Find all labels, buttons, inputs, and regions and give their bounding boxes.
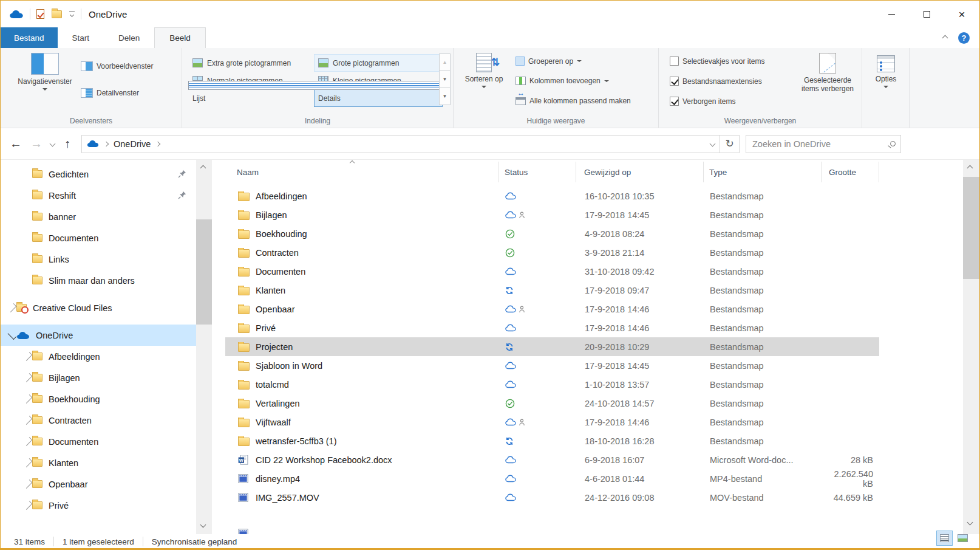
hidden-items-checkbox[interactable]: Verborgen items <box>670 97 735 106</box>
maximize-button[interactable] <box>909 1 944 27</box>
hide-selected-items-button[interactable]: Geselecteerde items verbergen <box>797 53 858 93</box>
scrollbar-thumb[interactable] <box>963 177 979 279</box>
sidebar-item-gedichten[interactable]: Gedichten <box>1 163 196 185</box>
layout-scroll-down-button[interactable]: ▼ <box>439 70 451 88</box>
sidebar-item-boekhouding[interactable]: Boekhouding <box>1 388 196 410</box>
sidebar-item-afbeeldingen[interactable]: Afbeeldingen <box>1 346 196 367</box>
layout-extra-large-icons[interactable]: Extra grote pictogrammen <box>188 54 314 72</box>
sidebar-item-links[interactable]: Links <box>1 249 196 270</box>
properties-icon[interactable] <box>36 9 44 19</box>
table-row[interactable]: Vijftwaalf 17-9-2018 14:46 Bestandsmap <box>225 413 879 431</box>
sidebar-item-prive[interactable]: Privé <box>1 495 196 516</box>
expand-chevron-icon[interactable] <box>24 373 33 382</box>
tab-bestand[interactable]: Bestand <box>1 27 58 48</box>
layout-list[interactable]: Lijst <box>188 89 314 107</box>
table-row[interactable]: Vertalingen 24-10-2018 14:57 Bestandsmap <box>225 394 879 413</box>
thumbnails-view-button[interactable] <box>954 531 971 546</box>
size-all-columns-button[interactable]: Alle kolommen passend maken <box>516 97 631 105</box>
back-button[interactable]: ← <box>5 137 26 151</box>
expand-chevron-icon[interactable] <box>24 458 33 467</box>
layout-scroll-up-button[interactable]: ▲ <box>439 53 451 71</box>
sidebar-item-reshift[interactable]: Reshift <box>1 185 196 206</box>
table-row[interactable]: Klanten 17-9-2018 09:47 Bestandsmap <box>225 281 879 300</box>
column-header-type[interactable]: Type <box>704 162 822 182</box>
table-row[interactable]: Privé 17-9-2018 14:46 Bestandsmap <box>225 318 879 337</box>
scroll-up-icon[interactable] <box>200 165 206 171</box>
table-row[interactable]: Contracten 3-9-2018 21:14 Bestandsmap <box>225 243 879 262</box>
address-input[interactable]: OneDrive <box>81 135 720 153</box>
customize-toolbar-button[interactable] <box>69 12 75 17</box>
scrollbar-thumb[interactable] <box>196 219 212 325</box>
group-by-button[interactable]: Groeperen op <box>516 57 582 66</box>
layout-large-icons[interactable]: Grote pictogrammen <box>314 54 443 72</box>
forward-button[interactable]: → <box>26 137 47 151</box>
navigation-pane-button[interactable]: Navigatievenster <box>24 53 66 91</box>
search-box[interactable] <box>746 135 901 153</box>
preview-pane-button[interactable]: Voorbeeldvenster <box>81 61 153 71</box>
close-button[interactable]: × <box>944 1 979 27</box>
table-row[interactable]: Openbaar 17-9-2018 14:46 Bestandsmap <box>225 300 879 318</box>
expand-chevron-icon[interactable] <box>24 437 33 446</box>
help-icon[interactable]: ? <box>958 32 970 44</box>
expand-chevron-icon[interactable] <box>24 416 33 425</box>
table-row[interactable]: Sjabloon in Word 17-9-2018 14:45 Bestand… <box>225 356 879 375</box>
column-header-grootte[interactable]: Grootte <box>822 162 879 182</box>
table-row[interactable]: IMG_2557.MOV 24-12-2016 09:08 MOV-bestan… <box>225 488 879 507</box>
collapse-chevron-icon[interactable] <box>8 331 17 340</box>
collapse-ribbon-icon[interactable] <box>942 35 948 41</box>
scroll-down-icon[interactable] <box>200 522 206 528</box>
sidebar-item-bijlagen[interactable]: Bijlagen <box>1 367 196 388</box>
sidebar-scrollbar[interactable] <box>196 160 212 534</box>
filename-extensions-checkbox[interactable]: Bestandsnaamextensies <box>670 77 762 86</box>
column-header-gewijzigd-op[interactable]: Gewijzigd op <box>576 162 704 182</box>
expand-chevron-icon[interactable] <box>24 352 33 361</box>
table-row[interactable]: Bijlagen 17-9-2018 14:45 Bestandsmap <box>225 205 879 224</box>
recent-locations-dropdown[interactable] <box>50 141 56 147</box>
minimize-button[interactable] <box>874 1 909 27</box>
details-view-button[interactable] <box>936 531 953 546</box>
tab-delen[interactable]: Delen <box>104 27 154 48</box>
column-header-naam[interactable]: Naam <box>212 162 499 182</box>
address-dropdown-icon[interactable] <box>710 141 716 147</box>
refresh-button[interactable]: ↻ <box>720 135 740 153</box>
layout-details[interactable]: Details <box>314 89 443 107</box>
column-header-status[interactable]: Status <box>499 162 576 182</box>
expand-chevron-icon[interactable] <box>24 480 33 489</box>
table-row[interactable]: wetransfer-5cffb3 (1) 18-10-2018 16:28 B… <box>225 431 879 450</box>
sidebar-item-klanten[interactable]: Klanten <box>1 452 196 473</box>
sidebar-item-banner[interactable]: banner <box>1 206 196 227</box>
sidebar-item-documenten[interactable]: Documenten <box>1 227 196 249</box>
item-checkboxes-checkbox[interactable]: Selectievakjes voor items <box>670 57 764 66</box>
sidebar-item-openbaar[interactable]: Openbaar <box>1 473 196 495</box>
table-row[interactable]: Afbeeldingen 16-10-2018 10:35 Bestandsma… <box>225 187 879 205</box>
sidebar-item-creative-cloud-files[interactable]: Creative Cloud Files <box>1 297 196 318</box>
new-folder-icon[interactable] <box>52 10 62 18</box>
search-input[interactable] <box>751 139 890 150</box>
table-row[interactable]: totalcmd 1-10-2018 13:57 Bestandsmap <box>225 375 879 394</box>
expand-chevron-icon[interactable] <box>24 501 33 510</box>
scroll-down-icon[interactable] <box>967 520 973 526</box>
file-list-scrollbar[interactable] <box>963 160 979 534</box>
options-button[interactable]: Opties <box>871 55 901 88</box>
expand-chevron-icon[interactable] <box>8 303 17 312</box>
layout-more-button[interactable]: ▼ <box>439 88 451 105</box>
tab-start[interactable]: Start <box>58 27 104 48</box>
sidebar-item-onedrive[interactable]: OneDrive <box>1 325 196 346</box>
search-icon[interactable] <box>890 141 896 146</box>
breadcrumb-chevron-icon[interactable] <box>155 141 160 146</box>
details-pane-button[interactable]: Detailvenster <box>81 88 139 98</box>
expand-chevron-icon[interactable] <box>24 394 33 404</box>
table-row-selected[interactable]: Projecten 20-9-2018 10:29 Bestandsmap <box>225 337 879 356</box>
table-row[interactable]: Boekhouding 4-9-2018 08:24 Bestandsmap <box>225 224 879 243</box>
breadcrumb-chevron-icon[interactable] <box>104 141 109 146</box>
breadcrumb[interactable]: OneDrive <box>114 139 151 149</box>
sidebar-item-documenten-onedrive[interactable]: Documenten <box>1 431 196 452</box>
table-row[interactable]: disney.mp4 4-6-2018 01:44 MP4-bestand 2.… <box>225 469 879 488</box>
sidebar-item-slim-maar-dan-anders[interactable]: Slim maar dan anders <box>1 270 196 291</box>
sort-by-button[interactable]: Sorteren op <box>464 53 503 88</box>
table-row[interactable]: Documenten 31-10-2018 09:42 Bestandsmap <box>225 262 879 281</box>
scroll-up-icon[interactable] <box>967 165 973 171</box>
table-row[interactable]: CID 22 Workshop Facebook2.docx 6-9-2018 … <box>225 450 879 469</box>
up-button[interactable]: ↑ <box>58 137 77 151</box>
add-columns-button[interactable]: Kolommen toevoegen <box>516 77 609 85</box>
